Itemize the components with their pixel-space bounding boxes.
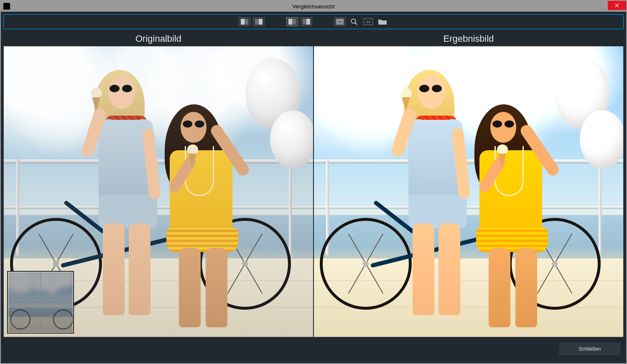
result-image bbox=[314, 46, 623, 337]
layout-left-right-icon bbox=[241, 19, 248, 25]
compare-region[interactable] bbox=[3, 46, 624, 337]
svg-point-0 bbox=[351, 19, 355, 23]
close-button[interactable]: Schließen bbox=[558, 342, 621, 356]
app-body: 1:1 Originalbild Ergebnisbild bbox=[1, 12, 626, 363]
zoom-button[interactable] bbox=[348, 17, 360, 26]
toolbar: 1:1 bbox=[3, 14, 624, 29]
titlebar: Vergleichsansicht bbox=[1, 1, 626, 12]
fit-screen-icon bbox=[336, 19, 344, 25]
layout-split-icon bbox=[303, 19, 310, 25]
footer: Schließen bbox=[3, 337, 624, 361]
magnifier-icon bbox=[350, 18, 358, 25]
layout-left-right-button[interactable] bbox=[239, 17, 250, 26]
layout-right-left-button[interactable] bbox=[253, 17, 265, 26]
pane-headers: Originalbild Ergebnisbild bbox=[3, 32, 624, 46]
open-folder-button[interactable] bbox=[377, 17, 388, 26]
close-icon bbox=[615, 3, 619, 8]
layout-right-left-icon bbox=[255, 19, 263, 25]
fit-screen-button[interactable] bbox=[334, 17, 346, 26]
layout-mode-group-b bbox=[286, 17, 312, 26]
navigator-thumbnail[interactable] bbox=[7, 271, 74, 334]
layout-side-by-side-button[interactable] bbox=[286, 17, 298, 26]
result-pane[interactable] bbox=[314, 46, 623, 337]
pane-divider[interactable] bbox=[313, 46, 314, 337]
app-icon bbox=[3, 3, 10, 10]
result-title: Ergebnisbild bbox=[314, 33, 624, 44]
window-title: Vergleichsansicht bbox=[1, 3, 626, 10]
one-to-one-icon: 1:1 bbox=[364, 18, 373, 25]
layout-side-by-side-icon bbox=[288, 19, 296, 25]
navigator-viewport-icon bbox=[8, 272, 73, 333]
original-title: Originalbild bbox=[3, 33, 314, 44]
window-close-button[interactable] bbox=[608, 1, 626, 10]
svg-line-1 bbox=[355, 23, 357, 25]
original-pane[interactable] bbox=[4, 46, 314, 337]
one-to-one-button[interactable]: 1:1 bbox=[362, 17, 374, 26]
folder-icon bbox=[378, 19, 387, 25]
layout-split-button[interactable] bbox=[301, 17, 312, 26]
layout-mode-group bbox=[239, 17, 265, 26]
view-tools-group: 1:1 bbox=[334, 17, 388, 26]
